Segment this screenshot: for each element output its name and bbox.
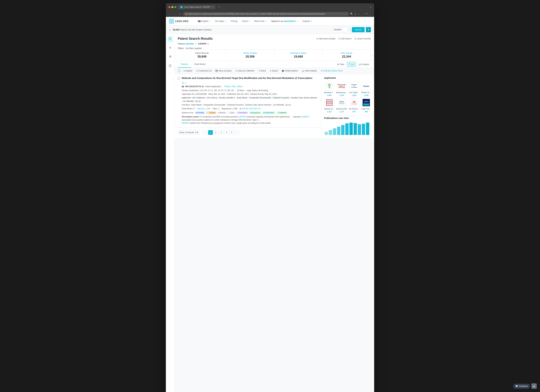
stat-cites-patents[interactable]: Cites Patents 22,344 — [322, 50, 370, 61]
sidebar-search-icon[interactable] — [167, 36, 173, 42]
crispr-highlight-3[interactable]: CRISPR — [182, 122, 189, 124]
patent-checkbox[interactable] — [178, 77, 180, 79]
sidebar-filter-icon[interactable] — [167, 45, 173, 51]
stat-patent-records[interactable]: Patent Records 39,849 — [178, 50, 226, 61]
family-options-btn[interactable]: 👨‍👩‍👧 Family Options — [281, 69, 299, 72]
share-btn[interactable]: ⬆ Share — [257, 69, 267, 72]
export-btn[interactable]: ⬇ Export — [269, 69, 279, 72]
applicant-monsanto[interactable]: Monsanto T… 1,841 — [324, 81, 335, 96]
close-dot[interactable] — [169, 6, 170, 8]
save-collection-btn[interactable]: 🗁 Save as Collection — [235, 69, 255, 72]
sidebar-users-icon[interactable] — [167, 54, 173, 60]
applicant-ms-tech[interactable]: MS Technologies Ms Technol… 574 — [349, 98, 360, 113]
extension-icon-2[interactable]: ✦ — [364, 13, 365, 15]
sidebar-more-icon[interactable]: ··· — [169, 72, 171, 75]
tag-abstract[interactable]: ≡ Abstract — [217, 111, 227, 114]
tag-cited-works[interactable]: ⊞ Cited Works — [262, 111, 275, 114]
new-tab-button[interactable]: + — [217, 5, 221, 9]
hide-analysis-btn[interactable]: 📊 Hide Analysis — [301, 69, 318, 72]
hide-query-btn[interactable]: ⊖ Hide Query Details — [316, 38, 335, 40]
customise-list-btn[interactable]: ☰ Customise List — [195, 69, 213, 72]
scroll-top-button[interactable]: ▲ — [531, 383, 537, 389]
page-prev-btn[interactable]: ‹ — [203, 130, 208, 135]
url-bar[interactable]: 🔒 https://www.lens.org/lens/search/paten… — [183, 12, 349, 16]
maximize-dot[interactable] — [175, 6, 176, 8]
extension-icon-1[interactable]: ● — [361, 13, 362, 15]
minimize-dot[interactable] — [171, 6, 173, 8]
patent-id[interactable]: WO 2013/176772 A1 — [185, 85, 204, 88]
forward-button[interactable]: → — [173, 12, 177, 16]
cited-by-btn[interactable]: ★ Cited By Patent Count — [320, 69, 344, 72]
patent-number-icon[interactable]: # — [185, 82, 186, 84]
tag-claim[interactable]: ○ Claim — [228, 111, 235, 114]
tag-published[interactable]: ✓ Published — [276, 111, 287, 114]
nav-english[interactable]: 🇬🇧 English ▼ — [196, 19, 212, 24]
select-all-checkbox[interactable]: ✓ — [178, 70, 180, 72]
tab-close-icon[interactable]: ✕ — [211, 6, 213, 8]
stats-prev-arrow[interactable]: ‹ — [175, 50, 178, 61]
search-dropdown-button[interactable]: ▼ — [366, 27, 371, 32]
applicant-harvard[interactable]: VERITAS HARVARD UNIVERSITY Harvard Col… … — [324, 98, 335, 113]
stat-simple-families[interactable]: Simple Families 20,506 — [226, 50, 274, 61]
bookmark-share-icon[interactable]: ⬆ — [354, 13, 356, 15]
patent-expand-btn[interactable]: ⊙ — [182, 81, 184, 84]
nav-pricing[interactable]: Pricing — [229, 19, 240, 23]
patent-title[interactable]: Methods and Compositions for Rna-Directe… — [182, 77, 312, 80]
browser-tab[interactable]: L Lens Patent Search: CRISPR ✕ — [178, 5, 215, 9]
nav-support[interactable]: Support ▼ — [300, 19, 314, 23]
applicant-mit[interactable]: MassachusettsInstitute ofTechnology Mass… — [336, 81, 347, 96]
view-list-btn[interactable]: ☰ List — [347, 62, 356, 67]
applicant-broad[interactable]: BROAD INSTITUTE Broad Inst INC 1,177 — [336, 98, 347, 113]
page-2-btn[interactable]: 2 — [214, 130, 218, 135]
stat-extended-families[interactable]: Extended Families 19,668 — [274, 50, 322, 61]
crispr-highlight-1[interactable]: CRISPR — [239, 116, 246, 118]
reload-button[interactable]: ↻ — [178, 12, 182, 16]
applicant-pioneer[interactable]: Pioneer Pioneer Hi … 1,235 — [361, 81, 371, 96]
crispr-highlight-2[interactable]: CRISPR — [301, 116, 309, 118]
query-remove-icon[interactable]: ⊖ — [207, 43, 209, 45]
cited-by-value[interactable]: Cited by: 1,346 — [197, 107, 210, 110]
family-link[interactable]: Family: 249s / 250ex — [224, 85, 243, 88]
tag-full-text[interactable]: 📄 Full text — [206, 111, 216, 114]
applicant-ucal[interactable]: UNIVERSITYOFCALIFORNIA Univ Califor… 1,2… — [349, 81, 360, 96]
nav-about[interactable]: About ▼ — [240, 19, 252, 23]
page-next-btn[interactable]: › — [235, 130, 239, 135]
nav-signed-in[interactable]: Signed in as pauloldham ▼ — [269, 19, 300, 23]
view-analysis-btn[interactable]: 📊 Analysis — [357, 62, 371, 67]
tab-patents[interactable]: Patents — [178, 61, 191, 68]
window-collapse-icon[interactable]: ∨ — [370, 6, 371, 8]
search-scholar-btn[interactable]: 🔍 Search Scholar — [354, 38, 371, 40]
applicant-crispr-ther[interactable]: CRISPR THERAPEUTICS CT Crispr Ther… 465 — [361, 98, 371, 113]
nav-our-apps[interactable]: Our Apps ▼ — [213, 19, 228, 23]
tag-sequences[interactable]: ⊞ Sequences — [249, 111, 261, 114]
help-icon[interactable]: ? — [349, 28, 350, 31]
more-options-icon[interactable]: ⋮ — [369, 13, 371, 15]
page-1-btn[interactable]: 1 — [208, 130, 213, 135]
search-button[interactable]: Search — [352, 27, 365, 32]
page-4-btn[interactable]: 4 — [224, 130, 229, 135]
search-scholar-icon: 🔍 — [354, 38, 357, 40]
bookmark-icon[interactable]: ☆ — [358, 13, 360, 15]
page-5-btn[interactable]: 5 — [229, 130, 234, 135]
page-count-select[interactable]: Show 10 Results ⬆⬇ — [178, 131, 200, 135]
feedback-button[interactable]: 💬 Feedback — [513, 384, 530, 389]
view-table-btn[interactable]: ⊞ Table — [335, 62, 346, 67]
save-query-btn[interactable]: 💾 Save as Query — [215, 69, 232, 72]
expand-btn[interactable]: ⊕ Expand — [182, 69, 193, 72]
tag-pending[interactable]: ⊕ Pending — [195, 111, 205, 114]
filters-label: Filters: — [178, 47, 184, 50]
tag-description[interactable]: ≡ Description — [236, 111, 248, 114]
extension-icon-3[interactable]: P — [367, 13, 368, 15]
page-header-top: Patent Search Results ⊖ Hide Query Detai… — [178, 37, 371, 40]
page-3-btn[interactable]: 3 — [219, 130, 223, 135]
tab-cited-works[interactable]: Cited Works — [191, 61, 209, 68]
edit-search-btn[interactable]: 🔍 Edit Search — [338, 38, 351, 40]
sidebar-info-icon[interactable]: i — [167, 63, 173, 69]
zoom-icon[interactable]: 🔍 — [350, 13, 353, 15]
nav-work-area[interactable]: Work Area ▼ — [252, 19, 268, 23]
patent-id-icon-value[interactable]: 076-607-252-634-172 — [242, 107, 261, 110]
search-query-display[interactable]: CRISPR — [331, 27, 348, 32]
back-button[interactable]: ← — [169, 12, 172, 16]
home-icon[interactable]: ⌂ — [169, 28, 171, 31]
stats-next-arrow[interactable]: › — [371, 50, 374, 61]
